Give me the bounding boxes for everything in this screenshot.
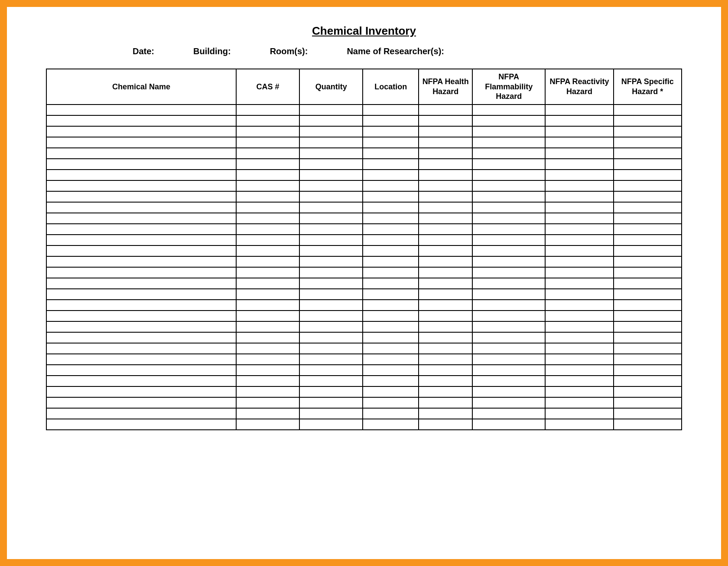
table-cell <box>236 105 299 115</box>
table-cell <box>363 365 419 376</box>
table-cell <box>299 343 363 354</box>
table-cell <box>236 397 299 408</box>
table-cell <box>363 180 419 191</box>
table-cell <box>299 376 363 386</box>
table-cell <box>363 289 419 300</box>
table-cell <box>545 365 613 376</box>
table-cell <box>472 105 546 115</box>
table-row <box>46 126 682 137</box>
table-cell <box>299 137 363 148</box>
table-cell <box>419 289 472 300</box>
table-cell <box>236 180 299 191</box>
table-cell <box>614 300 682 311</box>
table-cell <box>299 311 363 321</box>
table-cell <box>299 256 363 267</box>
table-cell <box>363 126 419 137</box>
table-row <box>46 256 682 267</box>
table-cell <box>236 148 299 159</box>
table-row <box>46 137 682 148</box>
table-cell <box>472 332 546 343</box>
table-cell <box>472 126 546 137</box>
table-cell <box>545 397 613 408</box>
table-cell <box>46 213 236 224</box>
table-row <box>46 235 682 245</box>
table-cell <box>363 376 419 386</box>
table-cell <box>614 148 682 159</box>
table-cell <box>545 105 613 115</box>
table-cell <box>299 300 363 311</box>
table-cell <box>614 419 682 430</box>
table-row <box>46 267 682 278</box>
table-cell <box>614 159 682 170</box>
table-cell <box>299 202 363 213</box>
table-cell <box>614 365 682 376</box>
table-cell <box>614 202 682 213</box>
table-cell <box>299 180 363 191</box>
table-cell <box>46 137 236 148</box>
table-cell <box>472 300 546 311</box>
table-row <box>46 180 682 191</box>
table-cell <box>614 235 682 245</box>
table-cell <box>614 289 682 300</box>
col-cas: CAS # <box>236 69 299 105</box>
table-cell <box>363 332 419 343</box>
table-row <box>46 419 682 430</box>
table-row <box>46 365 682 376</box>
table-cell <box>419 213 472 224</box>
table-cell <box>419 311 472 321</box>
table-cell <box>299 397 363 408</box>
table-row <box>46 213 682 224</box>
table-cell <box>472 191 546 202</box>
table-row <box>46 202 682 213</box>
col-nfpa-specific: NFPA Specific Hazard * <box>614 69 682 105</box>
table-cell <box>299 408 363 419</box>
table-cell <box>545 126 613 137</box>
table-cell <box>46 408 236 419</box>
table-row <box>46 300 682 311</box>
table-cell <box>419 321 472 332</box>
table-cell <box>419 191 472 202</box>
table-header-row: Chemical Name CAS # Quantity Location NF… <box>46 69 682 105</box>
table-cell <box>472 354 546 365</box>
table-cell <box>545 170 613 180</box>
table-row <box>46 245 682 256</box>
table-cell <box>46 321 236 332</box>
table-cell <box>472 148 546 159</box>
table-cell <box>545 245 613 256</box>
table-cell <box>472 419 546 430</box>
table-cell <box>46 289 236 300</box>
table-cell <box>46 126 236 137</box>
table-cell <box>545 137 613 148</box>
table-cell <box>236 213 299 224</box>
col-quantity: Quantity <box>299 69 363 105</box>
table-cell <box>363 137 419 148</box>
table-cell <box>614 408 682 419</box>
table-cell <box>545 256 613 267</box>
table-cell <box>419 386 472 397</box>
table-cell <box>419 159 472 170</box>
table-cell <box>472 137 546 148</box>
table-cell <box>545 278 613 289</box>
table-cell <box>236 419 299 430</box>
table-cell <box>545 191 613 202</box>
table-cell <box>545 386 613 397</box>
table-cell <box>419 126 472 137</box>
table-cell <box>419 148 472 159</box>
table-cell <box>472 397 546 408</box>
col-nfpa-reactivity: NFPA Reactivity Hazard <box>545 69 613 105</box>
table-cell <box>363 321 419 332</box>
page-title: Chemical Inventory <box>46 24 682 38</box>
col-nfpa-health: NFPA Health Hazard <box>419 69 472 105</box>
table-cell <box>363 148 419 159</box>
table-cell <box>236 354 299 365</box>
table-cell <box>363 267 419 278</box>
table-cell <box>614 278 682 289</box>
table-cell <box>46 278 236 289</box>
table-cell <box>46 397 236 408</box>
table-cell <box>614 397 682 408</box>
table-cell <box>46 300 236 311</box>
table-cell <box>614 267 682 278</box>
table-cell <box>472 202 546 213</box>
table-cell <box>545 321 613 332</box>
table-cell <box>545 235 613 245</box>
